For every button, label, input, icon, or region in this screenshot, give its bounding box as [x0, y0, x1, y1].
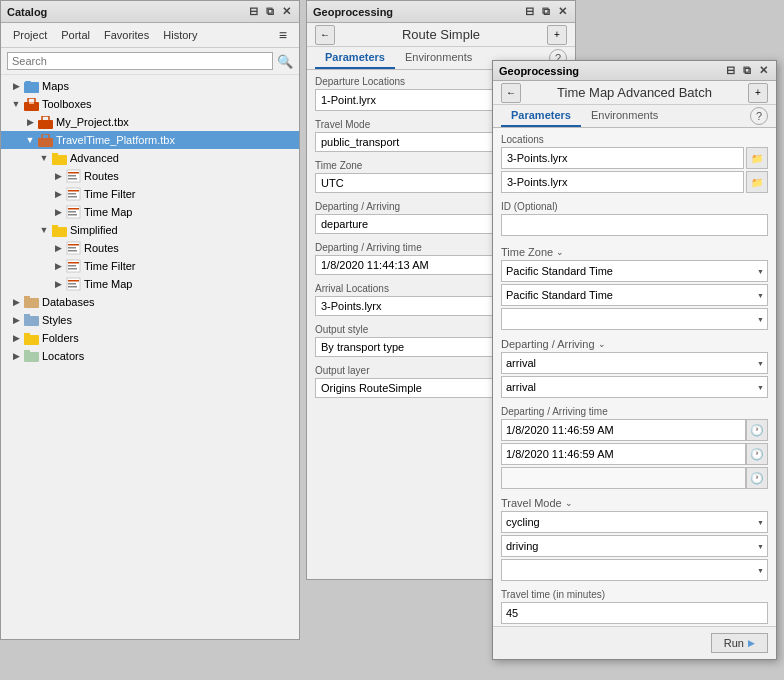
geo-close-icon[interactable]: ✕: [556, 5, 569, 18]
locators-label: Locators: [42, 350, 299, 362]
databases-arrow: ▶: [9, 297, 23, 307]
dep-arr-time1-input[interactable]: [501, 419, 746, 441]
tree-item-time-map2[interactable]: ▶ Time Map: [1, 275, 299, 293]
dep-arr-time-label: Departing / Arriving time: [501, 406, 768, 417]
locations-input2[interactable]: [501, 171, 744, 193]
id-optional-input[interactable]: [501, 214, 768, 236]
catalog-title: Catalog: [7, 6, 47, 18]
tree-item-locators[interactable]: ▶ Locators: [1, 347, 299, 365]
close-icon[interactable]: ✕: [280, 5, 293, 18]
search-icon[interactable]: 🔍: [277, 54, 293, 69]
routes2-icon: [65, 240, 81, 256]
geo-float-icon[interactable]: ⧉: [540, 5, 552, 18]
travel-mode-select1-wrap: cycling: [501, 511, 768, 533]
timezone-select3[interactable]: [501, 308, 768, 330]
timezone-select1[interactable]: Pacific Standard Time: [501, 260, 768, 282]
tree-item-time-map[interactable]: ▶ Time Map: [1, 203, 299, 221]
menu-project[interactable]: Project: [7, 27, 53, 43]
travel-mode-select2[interactable]: driving: [501, 535, 768, 557]
timemap-pin-icon[interactable]: ⊟: [724, 64, 737, 77]
geo-tab-environments[interactable]: Environments: [395, 47, 482, 69]
tree-item-maps[interactable]: ▶ Maps: [1, 77, 299, 95]
geo-back-btn[interactable]: ←: [315, 25, 335, 45]
tree-item-my-project[interactable]: ▶ My_Project.tbx: [1, 113, 299, 131]
locators-arrow: ▶: [9, 351, 23, 361]
timemap-help-btn[interactable]: ?: [750, 107, 768, 125]
tree-item-routes[interactable]: ▶ Routes: [1, 167, 299, 185]
search-bar: 🔍: [1, 48, 299, 75]
timemap-panel: Geoprocessing ⊟ ⧉ ✕ ← Time Map Advanced …: [492, 60, 777, 660]
tree-item-databases[interactable]: ▶ Databases: [1, 293, 299, 311]
traveltime-arrow: ▼: [23, 135, 37, 145]
locations-browse-btn1[interactable]: 📁: [746, 147, 768, 169]
search-input[interactable]: [12, 55, 268, 67]
geo-header: ← Route Simple +: [307, 23, 575, 47]
svg-rect-13: [68, 175, 76, 177]
tree-item-advanced[interactable]: ▼ Advanced: [1, 149, 299, 167]
toolboxes-label: Toolboxes: [42, 98, 299, 110]
travel-mode-label: Travel Mode ⌄: [501, 497, 768, 509]
time-map2-icon: [65, 276, 81, 292]
dep-arr-time3-clock-btn[interactable]: 🕐: [746, 467, 768, 489]
tree-item-traveltime[interactable]: ▼ TravelTime_Platform.tbx: [1, 131, 299, 149]
dep-arr-time1-wrap: 🕐: [501, 419, 768, 441]
svg-rect-34: [68, 280, 79, 282]
geo-tab-parameters[interactable]: Parameters: [315, 47, 395, 69]
geo-pin-icon[interactable]: ⊟: [523, 5, 536, 18]
locations-input1-wrap: 📁: [501, 147, 768, 169]
search-wrap: [7, 52, 273, 70]
dep-arr-select2[interactable]: arrival: [501, 376, 768, 398]
menu-portal[interactable]: Portal: [55, 27, 96, 43]
my-project-icon: [37, 114, 53, 130]
dep-arr-select1[interactable]: arrival: [501, 352, 768, 374]
locations-input1[interactable]: [501, 147, 744, 169]
travel-time-group: Travel time (in minutes): [501, 589, 768, 626]
dep-arr-time3-input[interactable]: [501, 467, 746, 489]
dep-arr-time2-clock-btn[interactable]: 🕐: [746, 443, 768, 465]
time-map-arrow: ▶: [51, 207, 65, 217]
float-icon[interactable]: ⧉: [264, 5, 276, 18]
advanced-label: Advanced: [70, 152, 299, 164]
travel-mode-group: Travel Mode ⌄ cycling driving: [501, 497, 768, 581]
styles-icon: [23, 312, 39, 328]
tree-item-toolboxes[interactable]: ▼ Toolboxes: [1, 95, 299, 113]
svg-rect-23: [52, 227, 67, 237]
timezone-expand-icon: ⌄: [556, 247, 564, 257]
folders-icon: [23, 330, 39, 346]
travel-mode-select1[interactable]: cycling: [501, 511, 768, 533]
menu-favorites[interactable]: Favorites: [98, 27, 155, 43]
travel-mode-select3[interactable]: [501, 559, 768, 581]
tree-item-folders[interactable]: ▶ Folders: [1, 329, 299, 347]
timezone-select2[interactable]: Pacific Standard Time: [501, 284, 768, 306]
tree-item-time-filter2[interactable]: ▶ Time Filter: [1, 257, 299, 275]
tree-item-styles[interactable]: ▶ Styles: [1, 311, 299, 329]
travel-time-input1[interactable]: [501, 602, 768, 624]
timemap-float-icon[interactable]: ⧉: [741, 64, 753, 77]
timemap-back-btn[interactable]: ←: [501, 83, 521, 103]
svg-rect-42: [24, 333, 30, 336]
tree-item-simplified[interactable]: ▼ Simplified: [1, 221, 299, 239]
databases-label: Databases: [42, 296, 299, 308]
svg-rect-36: [68, 286, 77, 288]
catalog-panel: Catalog ⊟ ⧉ ✕ Project Portal Favorites H…: [0, 0, 300, 640]
dep-arr-time1-clock-btn[interactable]: 🕐: [746, 419, 768, 441]
timemap-add-btn[interactable]: +: [748, 83, 768, 103]
folders-arrow: ▶: [9, 333, 23, 343]
dep-arr-group: Departing / Arriving ⌄ arrival arrival: [501, 338, 768, 398]
tree-item-time-filter[interactable]: ▶ Time Filter: [1, 185, 299, 203]
tree-item-routes2[interactable]: ▶ Routes: [1, 239, 299, 257]
menu-history[interactable]: History: [157, 27, 203, 43]
geo-add-btn[interactable]: +: [547, 25, 567, 45]
my-project-label: My_Project.tbx: [56, 116, 299, 128]
time-filter2-icon: [65, 258, 81, 274]
locations-browse-btn2[interactable]: 📁: [746, 171, 768, 193]
run-label: Run: [724, 637, 744, 649]
timezone-select1-wrap: Pacific Standard Time: [501, 260, 768, 282]
timemap-tab-parameters[interactable]: Parameters: [501, 105, 581, 127]
hamburger-icon[interactable]: ≡: [273, 25, 293, 45]
run-button[interactable]: Run ▶: [711, 633, 768, 653]
pin-icon[interactable]: ⊟: [247, 5, 260, 18]
timemap-close-icon[interactable]: ✕: [757, 64, 770, 77]
timemap-tab-environments[interactable]: Environments: [581, 105, 668, 127]
dep-arr-time2-input[interactable]: [501, 443, 746, 465]
